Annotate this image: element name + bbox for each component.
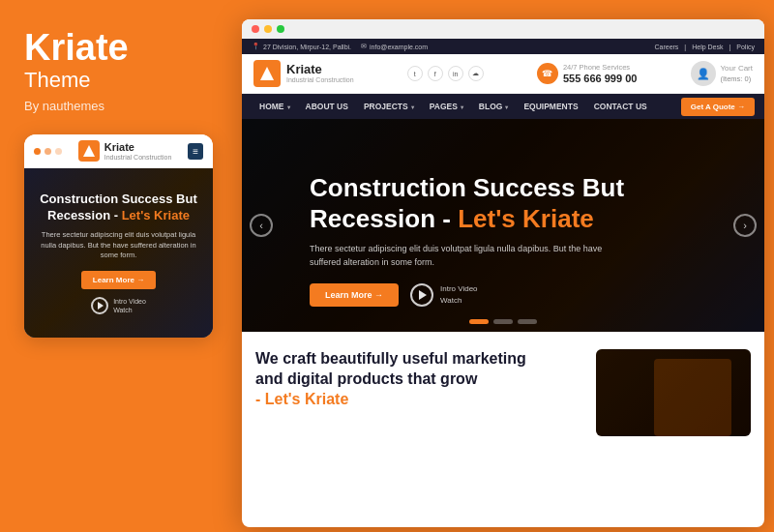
nav-item-projects[interactable]: PROJECTS ▾ [356, 94, 422, 119]
hero-section: ‹ › Construction Success But Recession -… [242, 119, 764, 332]
email-icon: ✉ [361, 43, 367, 50]
browser-dot-red [252, 25, 259, 33]
linkedin-icon[interactable]: in [448, 66, 463, 81]
cart-icon: 👤 [691, 61, 716, 86]
nav-items: HOME ▾ ABOUT US PROJECTS ▾ PAGES ▾ BLOG … [252, 94, 655, 119]
info-right: Careers | Help Desk | Policy [654, 44, 755, 50]
blog-chevron-icon: ▾ [505, 103, 508, 110]
mobile-play-icon [98, 302, 104, 310]
browser-dot-yellow [264, 25, 272, 33]
site-nav: HOME ▾ ABOUT US PROJECTS ▾ PAGES ▾ BLOG … [242, 94, 764, 119]
phone-details: 24/7 Phone Services 555 666 999 00 [563, 63, 637, 84]
bottom-heading: We craft beautifully useful marketing an… [255, 349, 582, 409]
mobile-dot-red [34, 148, 41, 155]
mobile-dot-yellow [45, 148, 51, 155]
welder-silhouette [654, 359, 731, 436]
help-desk-link[interactable]: Help Desk [692, 44, 723, 50]
projects-chevron-icon: ▾ [411, 103, 414, 110]
location-icon: 📍 [252, 43, 260, 50]
hero-video-button[interactable]: Intro Video Watch [410, 283, 478, 307]
logo-text-area: Kriate Industrial Construction [286, 63, 354, 84]
mobile-dots [34, 148, 62, 155]
brand-title: Kriate [24, 29, 213, 66]
bottom-section: We craft beautifully useful marketing an… [242, 332, 764, 454]
mobile-logo-icon [78, 140, 100, 162]
cart-area[interactable]: 👤 Your Cart (Items: 0) [691, 61, 754, 86]
home-chevron-icon: ▾ [287, 103, 290, 110]
phone-area: ☎ 24/7 Phone Services 555 666 999 00 [537, 63, 637, 84]
mobile-menu-button[interactable]: ≡ [188, 143, 203, 160]
mobile-top-bar: Kriate Industrial Construction ≡ [24, 134, 213, 168]
site-header: Kriate Industrial Construction t f in ☁ … [242, 54, 764, 94]
hero-title: Construction Success But Recession - Let… [310, 173, 706, 233]
mobile-dot-green [55, 148, 62, 155]
info-left: 📍 27 Division, Mirpur-12, Pallbi. ✉ info… [252, 43, 428, 50]
mobile-hero-desc: There sectetur adipiscing elit duis volu… [36, 230, 201, 261]
pages-chevron-icon: ▾ [461, 103, 463, 110]
hero-content: Construction Success But Recession - Let… [242, 119, 764, 332]
nav-item-contact[interactable]: CONTACT US [586, 94, 655, 119]
brand-by: By nauthemes [24, 99, 213, 113]
mobile-play-button[interactable] [91, 297, 108, 314]
hero-dot-1[interactable] [469, 319, 489, 324]
phone-icon: ☎ [537, 63, 558, 84]
hero-dot-3[interactable] [518, 319, 537, 324]
mobile-mockup: Kriate Industrial Construction ≡ Constru… [24, 134, 213, 338]
hero-description: There sectetur adipiscing elit duis volu… [310, 242, 619, 270]
nav-item-home[interactable]: HOME ▾ [252, 94, 298, 119]
logo-icon [253, 60, 281, 87]
facebook-icon[interactable]: f [428, 66, 443, 81]
hero-play-icon [410, 283, 433, 307]
mobile-video-watch[interactable]: Intro Video Watch [91, 297, 146, 314]
hero-dots [469, 319, 537, 324]
cloud-icon[interactable]: ☁ [468, 66, 484, 81]
address-info: 📍 27 Division, Mirpur-12, Pallbi. [252, 43, 351, 50]
hero-dot-2[interactable] [493, 319, 513, 324]
twitter-icon[interactable]: t [407, 66, 423, 81]
bottom-image [596, 349, 751, 436]
nav-item-about[interactable]: ABOUT US [298, 94, 356, 119]
cart-details: Your Cart (Items: 0) [721, 64, 754, 82]
hero-video-label: Intro Video Watch [440, 283, 478, 305]
email-info: ✉ info@example.com [361, 43, 428, 50]
bottom-text: We craft beautifully useful marketing an… [255, 349, 582, 409]
hero-learn-more-button[interactable]: Learn More → [310, 283, 399, 307]
svg-marker-0 [83, 145, 95, 157]
top-info-bar: 📍 27 Division, Mirpur-12, Pallbi. ✉ info… [242, 39, 764, 54]
left-panel: Kriate Theme By nauthemes Kriate Industr… [0, 0, 237, 532]
mobile-hero-title: Construction Success But Recession - Let… [36, 192, 201, 224]
site-logo: Kriate Industrial Construction [253, 60, 354, 87]
careers-link[interactable]: Careers [654, 44, 678, 50]
mobile-logo: Kriate Industrial Construction [78, 140, 172, 162]
hero-next-button[interactable]: › [733, 214, 757, 237]
nav-item-pages[interactable]: PAGES ▾ [422, 94, 471, 119]
nav-item-blog[interactable]: BLOG ▾ [471, 94, 517, 119]
nav-item-equipments[interactable]: EQUIPMENTS [516, 94, 585, 119]
social-icons: t f in ☁ [407, 66, 484, 81]
right-panel: 📍 27 Division, Mirpur-12, Pallbi. ✉ info… [242, 19, 764, 527]
get-quote-button[interactable]: Get A Quote → [681, 98, 755, 116]
mobile-logo-text: Kriate Industrial Construction [104, 141, 172, 160]
mobile-hero: Construction Success But Recession - Let… [24, 168, 213, 338]
policy-link[interactable]: Policy [736, 44, 755, 50]
brand-subtitle: Theme [24, 68, 213, 93]
play-triangle [419, 290, 427, 300]
mobile-video-label: Intro Video Watch [113, 297, 146, 314]
hero-actions: Learn More → Intro Video Watch [310, 283, 706, 307]
browser-chrome [242, 19, 764, 39]
mobile-learn-more-button[interactable]: Learn More → [81, 271, 156, 289]
svg-marker-1 [260, 67, 274, 80]
mobile-hero-content: Construction Success But Recession - Let… [36, 192, 201, 313]
hero-prev-button[interactable]: ‹ [250, 214, 273, 237]
browser-dot-green [277, 25, 284, 33]
